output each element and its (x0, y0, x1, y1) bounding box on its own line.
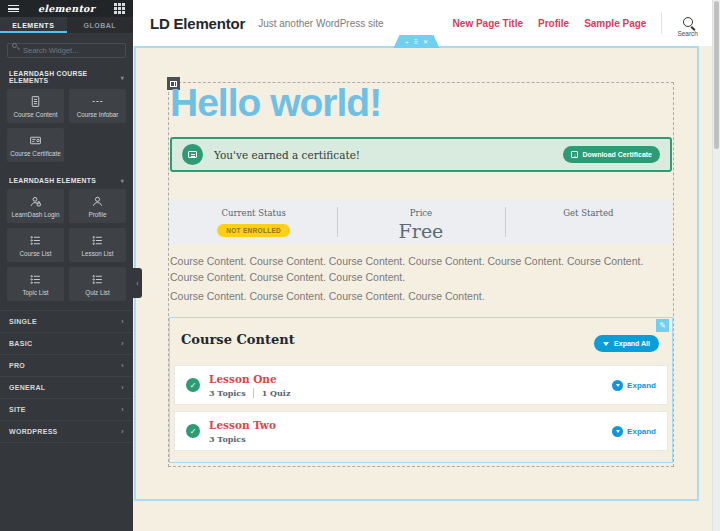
category-learndash-course-elements[interactable]: LEARNDASH COURSE ELEMENTS ▾ (0, 64, 133, 89)
lesson-quiz-count: 1 Quiz (253, 388, 291, 398)
list-icon (91, 234, 104, 247)
expand-label: Expand (627, 381, 656, 390)
category-basic[interactable]: BASIC› (0, 332, 133, 354)
course-description-paragraph[interactable]: Course Content. Course Content. Course C… (170, 254, 673, 285)
scrollbar-thumb[interactable] (714, 1, 719, 149)
hamburger-menu-icon[interactable] (8, 5, 19, 12)
category-single[interactable]: SINGLE› (0, 310, 133, 332)
user-lock-icon (29, 195, 42, 208)
list-icon (91, 273, 104, 286)
widget-grid-course-elements: Course Content Course Infobar Course Cer… (0, 89, 133, 162)
expand-all-label: Expand All (614, 340, 650, 347)
widget-course-certificate[interactable]: Course Certificate (7, 128, 64, 162)
tab-elements[interactable]: ELEMENTS (0, 17, 67, 33)
category-learndash-elements[interactable]: LEARNDASH ELEMENTS ▾ (0, 171, 133, 189)
chevron-down-icon: ▾ (121, 74, 124, 81)
price-label: Price (410, 208, 432, 218)
widget-label: Topic List (22, 289, 48, 296)
lesson-title[interactable]: Lesson Two (209, 419, 276, 431)
widget-quiz-list[interactable]: Quiz List (69, 267, 126, 301)
widget-course-list[interactable]: Course List (7, 228, 64, 262)
nav-link-sample-page[interactable]: Sample Page (584, 18, 646, 29)
widget-course-infobar[interactable]: Course Infobar (69, 89, 126, 123)
course-content-widget: ✎ Course Content Expand All ✓ Lesson One… (169, 317, 673, 463)
widget-lesson-list[interactable]: Lesson List (69, 228, 126, 262)
infobar-divider (337, 207, 338, 237)
site-tagline: Just another WordPress site (258, 18, 383, 29)
tab-global[interactable]: GLOBAL (67, 17, 134, 33)
widget-label: Profile (89, 211, 107, 218)
category-title: SINGLE (9, 318, 37, 325)
edit-widget-handle[interactable]: ✎ (656, 319, 669, 332)
nav-link-profile[interactable]: Profile (538, 18, 569, 29)
download-icon: ↓ (571, 151, 578, 158)
status-label: Current Status (222, 208, 286, 218)
lesson-row: ✓ Lesson One 3 Topics 1 Quiz Expand (174, 365, 668, 405)
lesson-expand-button[interactable]: Expand (612, 380, 656, 391)
panel-collapse-handle[interactable]: ‹ (133, 268, 142, 298)
search-icon (683, 17, 693, 27)
certificate-icon (29, 134, 42, 147)
category-title: BASIC (9, 340, 32, 347)
course-infobar: Current Status NOT ENROLLED Price Free G… (170, 200, 672, 244)
site-header: LD Elementor Just another WordPress site… (133, 0, 720, 46)
lesson-info: Lesson One 3 Topics 1 Quiz (209, 373, 290, 398)
infobar-divider (505, 207, 506, 237)
chevron-right-icon: › (121, 318, 124, 326)
widget-profile[interactable]: Profile (69, 189, 126, 223)
widget-label: Course Content (13, 111, 57, 118)
chevron-left-icon: ‹ (136, 280, 138, 287)
widget-topic-list[interactable]: Topic List (7, 267, 64, 301)
preview-scrollbar (712, 0, 720, 531)
widget-course-content[interactable]: Course Content (7, 89, 64, 123)
page-heading[interactable]: Hello world! (170, 82, 381, 124)
lesson-title[interactable]: Lesson One (209, 373, 290, 385)
category-site[interactable]: SITE› (0, 398, 133, 420)
widget-label: LearnDash Login (12, 211, 60, 218)
widget-learndash-login[interactable]: LearnDash Login (7, 189, 64, 223)
infobar-status-column: Current Status NOT ENROLLED (170, 200, 337, 244)
lesson-topics-count: 3 Topics (209, 434, 246, 444)
infobar-icon (91, 95, 104, 108)
lesson-expand-button[interactable]: Expand (612, 426, 656, 437)
list-icon (29, 234, 42, 247)
lesson-meta: 3 Topics (209, 434, 276, 444)
site-nav: New Page Title Profile Sample Page (453, 18, 647, 29)
lesson-topics-count: 3 Topics (209, 388, 246, 398)
site-title: LD Elementor (150, 15, 245, 32)
chevron-right-icon: › (121, 384, 124, 392)
category-general[interactable]: GENERAL› (0, 376, 133, 398)
nav-link-new-page-title[interactable]: New Page Title (453, 18, 523, 29)
chevron-right-icon: › (121, 406, 124, 414)
lesson-row: ✓ Lesson Two 3 Topics Expand (174, 411, 668, 451)
elementor-logo: elementor (38, 3, 95, 14)
panel-tabs: ELEMENTS GLOBAL (0, 17, 133, 33)
category-wordpress[interactable]: WORDPRESS› (0, 420, 133, 442)
pencil-icon: ✎ (659, 321, 666, 330)
widgets-grid-icon[interactable] (114, 3, 117, 6)
category-title: GENERAL (9, 384, 45, 391)
widget-label: Course List (20, 250, 52, 257)
widget-grid-learndash-elements: LearnDash Login Profile Course List Less… (0, 189, 133, 301)
category-title: WORDPRESS (9, 428, 58, 435)
expand-all-button[interactable]: Expand All (594, 335, 659, 352)
panel-header: elementor (0, 0, 133, 17)
chevron-down-icon (603, 342, 609, 346)
category-title: LEARNDASH ELEMENTS (9, 177, 96, 184)
header-search[interactable]: Search (677, 17, 698, 37)
elementor-editor: elementor ELEMENTS GLOBAL LEARNDASH COUR… (0, 0, 720, 531)
header-divider (661, 12, 662, 34)
course-description-paragraph[interactable]: Course Content. Course Content. Course C… (170, 289, 673, 305)
widget-search-input[interactable] (7, 43, 126, 58)
certificate-badge (182, 144, 203, 165)
lesson-complete-icon: ✓ (186, 424, 200, 438)
download-certificate-button[interactable]: ↓ Download Certificate (563, 146, 660, 163)
widget-category-accordion: SINGLE› BASIC› PRO› GENERAL› SITE› WORDP… (0, 310, 133, 443)
category-pro[interactable]: PRO› (0, 354, 133, 376)
list-icon (29, 273, 42, 286)
widget-search (7, 39, 126, 58)
search-icon (12, 43, 17, 48)
user-icon (91, 195, 104, 208)
widget-label: Course Infobar (77, 111, 119, 118)
lesson-info: Lesson Two 3 Topics (209, 419, 276, 444)
